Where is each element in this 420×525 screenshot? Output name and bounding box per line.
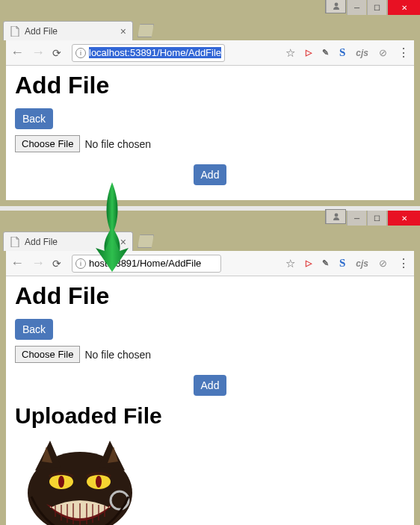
new-tab-button[interactable]: [138, 234, 154, 248]
tab-close-icon[interactable]: ×: [120, 25, 126, 37]
extension-icon-3[interactable]: S: [339, 46, 345, 59]
page-heading: Add File: [15, 282, 405, 310]
bookmark-icon[interactable]: ☆: [285, 46, 295, 60]
add-button[interactable]: Add: [194, 375, 227, 396]
user-icon[interactable]: [326, 210, 345, 223]
reload-icon[interactable]: ⟳: [52, 47, 64, 59]
back-icon[interactable]: ←: [10, 255, 24, 271]
tabstrip: Add File ×: [0, 229, 420, 251]
page-content: Add File Back Choose File No file chosen…: [6, 66, 414, 200]
close-button[interactable]: ✕: [387, 211, 420, 226]
browser-tab[interactable]: Add File ×: [3, 21, 133, 40]
titlebar: ─ ☐ ✕: [0, 0, 420, 18]
toolbar-right: ☆ ▷ ✎ S cjs ⊘ ⋮: [285, 46, 410, 60]
address-bar[interactable]: i localhost:53891/Home/AddFile: [72, 44, 225, 62]
page-content: Add File Back Choose File No file chosen…: [6, 276, 414, 525]
menu-icon[interactable]: ⋮: [398, 256, 410, 270]
back-button[interactable]: Back: [15, 319, 53, 340]
file-status-text: No file chosen: [84, 138, 151, 150]
svg-point-1: [334, 214, 338, 217]
extension-icon-2[interactable]: ✎: [322, 48, 329, 58]
extension-icon-3[interactable]: S: [339, 257, 345, 270]
menu-icon[interactable]: ⋮: [398, 46, 410, 60]
extension-icon-2[interactable]: ✎: [322, 258, 329, 268]
choose-file-button[interactable]: Choose File: [15, 346, 80, 363]
info-icon[interactable]: i: [75, 258, 86, 269]
file-status-text: No file chosen: [84, 349, 151, 361]
add-button[interactable]: Add: [194, 164, 227, 185]
reload-icon[interactable]: ⟳: [52, 258, 64, 270]
back-button[interactable]: Back: [15, 108, 53, 129]
browser-window-before: ─ ☐ ✕ Add File × ← → ⟳ i localhost:53891…: [0, 0, 420, 206]
info-icon[interactable]: i: [75, 48, 86, 58]
toolbar: ← → ⟳ i host:53891/Home/AddFile ☆ ▷ ✎ S …: [6, 251, 414, 276]
back-icon[interactable]: ←: [10, 45, 24, 60]
file-input-row: Choose File No file chosen: [15, 346, 405, 363]
maximize-button[interactable]: ☐: [367, 0, 386, 15]
page-icon: [10, 26, 20, 37]
titlebar: ─ ☐ ✕: [0, 211, 420, 229]
new-tab-button[interactable]: [138, 24, 154, 37]
tab-title: Add File: [25, 237, 58, 247]
extension-cjs[interactable]: cjs: [356, 258, 368, 269]
extension-cjs[interactable]: cjs: [356, 48, 368, 58]
tab-title: Add File: [25, 26, 58, 37]
url-text: localhost:53891/Home/AddFile: [89, 47, 221, 58]
uploaded-image: [16, 433, 143, 525]
tabstrip: Add File ×: [0, 18, 420, 40]
minimize-button[interactable]: ─: [347, 211, 366, 226]
choose-file-button[interactable]: Choose File: [15, 135, 80, 152]
minimize-button[interactable]: ─: [347, 0, 366, 15]
extension-icon-1[interactable]: ▷: [306, 258, 312, 268]
browser-window-after: ─ ☐ ✕ Add File × ← → ⟳ i host:53891/Home…: [0, 211, 420, 525]
svg-point-0: [334, 3, 338, 7]
toolbar: ← → ⟳ i localhost:53891/Home/AddFile ☆ ▷…: [6, 40, 414, 66]
toolbar-right: ☆ ▷ ✎ S cjs ⊘ ⋮: [285, 256, 410, 270]
file-input-row: Choose File No file chosen: [15, 135, 405, 152]
maximize-button[interactable]: ☐: [367, 211, 386, 226]
forward-icon: →: [31, 255, 45, 271]
extension-icon-4[interactable]: ⊘: [379, 47, 387, 58]
user-icon[interactable]: [326, 0, 345, 13]
uploaded-heading: Uploaded File: [15, 403, 405, 429]
svg-point-6: [96, 476, 102, 488]
bookmark-icon[interactable]: ☆: [285, 257, 295, 270]
page-heading: Add File: [15, 72, 405, 99]
extension-icon-4[interactable]: ⊘: [379, 258, 387, 269]
page-icon: [10, 237, 20, 247]
close-button[interactable]: ✕: [387, 0, 420, 15]
forward-icon: →: [31, 45, 45, 60]
svg-point-5: [58, 476, 64, 488]
extension-icon-1[interactable]: ▷: [306, 48, 312, 58]
